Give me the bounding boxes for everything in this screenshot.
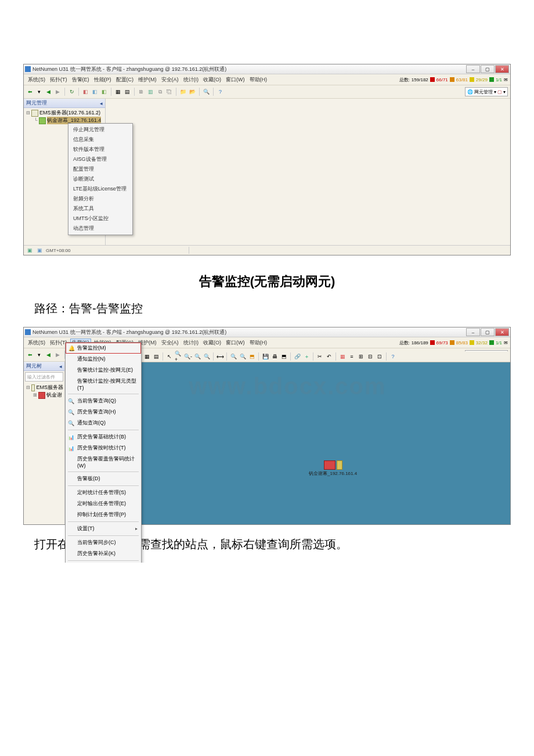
canvas-tree-icon[interactable]: ⬒ — [248, 352, 256, 361]
canvas-pointer-icon[interactable]: ↖ — [165, 352, 174, 361]
topology-canvas[interactable]: ▦ ▤ ↖ 🔍+ 🔍- 🔍 🔍 ⟷ 🔍 🔍 ⬒ 💾 🖶 — [65, 362, 510, 524]
menu-item[interactable]: 配置(C) — [114, 75, 136, 84]
layout-icon-2[interactable]: ▤ — [124, 88, 131, 96]
alarm-menu-item[interactable]: 📊历史告警基础统计(B) — [66, 431, 141, 442]
view-close-icon[interactable]: ▢ — [497, 89, 502, 95]
nav-back-icon[interactable]: ⬅ — [26, 88, 34, 96]
context-menu-item[interactable]: 软件版本管理 — [68, 145, 132, 154]
doc-icon[interactable]: 🗎 — [138, 88, 145, 96]
alarm-menu-item[interactable]: 🔍当前告警查询(Q) — [66, 395, 141, 406]
ne-context-menu[interactable]: 停止网元管理信息采集软件版本管理AISG设备管理配置管理诊断测试LTE基站级Li… — [68, 123, 133, 235]
menu-item[interactable]: 告警(E) — [70, 75, 91, 84]
search-tool-icon[interactable]: 🔍 — [203, 88, 210, 96]
canvas-search-icon[interactable]: 🔍 — [229, 352, 237, 361]
alarm-menu-item[interactable]: 📊历史告警按时统计(T) — [66, 442, 141, 453]
context-menu-item[interactable]: 动态管理 — [68, 224, 132, 233]
menu-item[interactable]: 性能(P) — [92, 75, 113, 84]
alarm-menu-item[interactable]: 无线告警管理(Z) — [66, 562, 141, 563]
context-menu-item[interactable]: 信息采集 — [68, 135, 132, 145]
zoom-reset-icon[interactable]: 🔍 — [203, 352, 211, 361]
context-menu-item[interactable]: UMTS小区监控 — [68, 214, 132, 224]
menu-item[interactable]: 统计(I) — [182, 75, 201, 84]
mail-icon[interactable]: ✉ — [504, 77, 508, 82]
menu-item[interactable]: 窗口(W) — [224, 75, 247, 84]
menu-item[interactable]: 帮助(H) — [248, 75, 269, 84]
tool-icon-3[interactable]: ◧ — [100, 88, 108, 96]
zoom-fit-icon[interactable]: 🔍 — [193, 352, 201, 361]
tree-child-row[interactable]: ⊞ 钒金谢 — [25, 391, 63, 399]
context-menu-item[interactable]: 诊断测试 — [68, 174, 132, 184]
menu-item[interactable]: 系统(S) — [26, 75, 47, 84]
context-menu-item[interactable]: 系统工具 — [68, 204, 132, 214]
tree-root-row[interactable]: ⊟ EMS服务器(192.76.161.2) — [25, 109, 104, 117]
close-button[interactable]: ✕ — [495, 65, 509, 73]
context-menu-item[interactable]: 配置管理 — [68, 164, 132, 174]
alarm-menu-item[interactable]: 🔔告警监控(M) — [66, 343, 141, 354]
maximize-button[interactable]: ▢ — [481, 65, 495, 73]
alarm-menu-item[interactable]: 通知监控(N) — [66, 354, 141, 365]
context-menu-item[interactable]: AISG设备管理 — [68, 154, 132, 164]
alarm-menu-item[interactable]: 历史告警补采(K) — [66, 548, 141, 559]
alarm-menu-item[interactable]: 历史告警覆盖告警码统计(W) — [66, 453, 141, 470]
close-button[interactable]: ✕ — [495, 328, 509, 336]
canvas-export-icon[interactable]: ⬒ — [280, 352, 288, 361]
expand-icon[interactable]: ⊟ — [26, 110, 30, 116]
tool-icon-1[interactable]: ◧ — [82, 88, 89, 96]
alarm-menu-item[interactable]: 告警统计监控-按网元(E) — [66, 365, 141, 376]
canvas-undo-icon[interactable]: ↶ — [325, 352, 333, 361]
mail-icon[interactable]: ✉ — [504, 340, 508, 345]
maximize-button[interactable]: ▢ — [481, 328, 495, 336]
expand-icon[interactable]: ⊞ — [33, 393, 37, 398]
zoom-in-icon[interactable]: 🔍+ — [175, 352, 183, 361]
menu-item[interactable]: 收藏(O) — [201, 339, 223, 347]
topology-node[interactable]: 钒金谢幕_192.76.161.4 — [309, 460, 357, 477]
canvas-align-3-icon[interactable]: ⊟ — [366, 352, 374, 361]
canvas-search2-icon[interactable]: 🔍 — [239, 352, 247, 361]
tool-icon-2[interactable]: ◧ — [91, 88, 99, 96]
nav-dropdown-icon[interactable]: ▾ — [35, 88, 43, 96]
help-icon[interactable]: ? — [217, 88, 224, 96]
nav-prev-icon[interactable]: ◀ — [45, 351, 52, 359]
context-menu-item[interactable]: 射频分析 — [68, 194, 132, 204]
menu-item[interactable]: 安全(A) — [160, 339, 181, 347]
menu-item[interactable]: 帮助(H) — [248, 339, 269, 347]
folder-icon-1[interactable]: 📁 — [179, 88, 187, 96]
alarm-menu-item[interactable]: 定时输出任务管理(E) — [66, 498, 141, 509]
alarm-menu-item[interactable]: 告警统计监控-按网元类型(T) — [66, 376, 141, 393]
nav-next-icon[interactable]: ▶ — [54, 351, 62, 359]
context-menu-item[interactable]: 停止网元管理 — [68, 125, 132, 135]
view-selector[interactable]: 🌐 网元管理 ▾ ▢ ▾ — [465, 87, 508, 96]
canvas-cut-icon[interactable]: ✂ — [316, 352, 324, 361]
canvas-link-icon[interactable]: 🔗 — [293, 352, 301, 361]
nav-dropdown-icon[interactable]: ▾ — [35, 351, 43, 359]
alarm-menu-item[interactable]: 抑制计划任务管理(P) — [66, 509, 141, 520]
alarm-menu-item[interactable]: 当前告警同步(C) — [66, 537, 141, 548]
canvas-help-icon[interactable]: ? — [389, 352, 397, 361]
folder-icon-2[interactable]: 📂 — [189, 88, 196, 96]
canvas-print-icon[interactable]: 🖶 — [270, 352, 279, 361]
layout-icon-1[interactable]: ▦ — [114, 88, 122, 96]
alarm-menu-item[interactable]: 🔍历史告警查询(H) — [66, 406, 141, 417]
alarm-menu-item[interactable]: 告警板(D) — [66, 473, 141, 484]
canvas-grid-icon[interactable]: ▦ — [338, 352, 347, 361]
nav-back-icon[interactable]: ⬅ — [26, 351, 34, 359]
expand-icon[interactable]: ⊟ — [26, 385, 30, 390]
canvas-align-2-icon[interactable]: ⊞ — [357, 352, 365, 361]
menu-item[interactable]: 拓扑(T) — [48, 75, 69, 84]
tree-root-row[interactable]: ⊟ EMS服务器 — [25, 384, 63, 391]
alarm-menu-item[interactable]: 设置(T) — [66, 523, 141, 534]
ne-tree[interactable]: ⊟ EMS服务器 ⊞ 钒金谢 — [24, 383, 64, 524]
refresh-icon[interactable]: ↻ — [68, 88, 75, 96]
minimize-button[interactable]: – — [466, 65, 480, 73]
alarm-menu-item[interactable]: 🔍通知查询(Q) — [66, 417, 141, 429]
copy-icon[interactable]: ⿻ — [165, 88, 173, 96]
canvas-layout-icon[interactable]: ▦ — [143, 352, 151, 361]
canvas-save-icon[interactable]: 💾 — [261, 352, 269, 361]
canvas-align-1-icon[interactable]: ≡ — [348, 352, 356, 361]
panel-collapse-icon[interactable]: ◂ — [100, 100, 103, 106]
canvas-align-4-icon[interactable]: ⊡ — [376, 352, 384, 361]
menu-item[interactable]: 收藏(O) — [201, 75, 223, 84]
nav-prev-icon[interactable]: ◀ — [45, 88, 52, 96]
alarm-menu-dropdown[interactable]: 🔔告警监控(M)通知监控(N)告警统计监控-按网元(E)告警统计监控-按网元类型… — [65, 342, 142, 563]
tree-filter-input[interactable]: 输入过滤条件 — [25, 372, 63, 381]
